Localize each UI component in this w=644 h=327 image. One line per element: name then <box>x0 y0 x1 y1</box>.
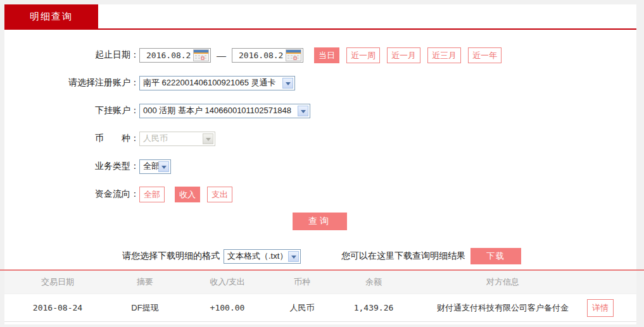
fund-flow-all[interactable]: 全部 <box>139 187 165 202</box>
fund-flow-income[interactable]: 收入 <box>175 187 200 202</box>
register-account-select[interactable]: 南平 6222001406100921065 灵通卡 <box>139 76 295 90</box>
download-format-select[interactable]: 文本格式（.txt） <box>224 249 301 264</box>
end-date-field[interactable] <box>232 48 303 63</box>
download-format-label: 请您选择下载明细的格式 <box>122 250 220 262</box>
calendar-icon[interactable] <box>193 49 209 61</box>
tab-detail-query[interactable]: 明细查询 <box>4 4 98 28</box>
fund-flow-row: 资金流向： 全部 收入 支出 <box>4 186 636 202</box>
chevron-down-icon[interactable] <box>298 106 308 116</box>
register-account-row: 请选择注册账户： 南平 6222001406100921065 灵通卡 <box>4 75 636 91</box>
header-counterparty: 对方信息 <box>419 276 587 288</box>
header-currency: 币种 <box>275 276 329 288</box>
detail-query-page: 明细查询 起止日期： — <box>0 0 644 327</box>
quick-range-quarter[interactable]: 近三月 <box>427 47 461 63</box>
sub-account-value: 000 活期 基本户 1406600101102571848 <box>140 105 298 116</box>
currency-select: 人民币 <box>139 132 215 146</box>
chevron-down-icon <box>203 133 213 144</box>
cell-currency: 人民币 <box>275 302 329 314</box>
cell-action: 详情 <box>587 299 636 317</box>
currency-label: 币 种： <box>4 133 139 144</box>
fund-flow-label: 资金流向： <box>4 188 139 200</box>
fund-flow-expense[interactable]: 支出 <box>207 187 232 202</box>
header-balance: 余额 <box>329 276 419 288</box>
start-date-field[interactable] <box>139 48 211 63</box>
table-header-row: 交易日期 摘要 收入/支出 币种 余额 对方信息 <box>4 271 636 294</box>
header-income-expense: 收入/支出 <box>179 276 275 288</box>
tab-underline <box>4 28 636 30</box>
currency-value: 人民币 <box>140 133 203 144</box>
business-type-value: 全部 <box>140 161 158 172</box>
download-format-value: 文本格式（.txt） <box>224 250 288 262</box>
chevron-down-icon[interactable] <box>158 161 169 172</box>
header-summary: 摘要 <box>111 276 179 288</box>
business-type-label: 业务类型： <box>4 161 139 172</box>
header-trade-date: 交易日期 <box>4 276 111 288</box>
sub-account-select[interactable]: 000 活期 基本户 1406600101102571848 <box>139 104 310 118</box>
cell-amount: +100.00 <box>179 303 275 312</box>
date-range-label: 起止日期： <box>4 49 139 61</box>
date-range-dash: — <box>217 50 226 61</box>
sub-account-label: 下挂账户： <box>4 105 139 116</box>
quick-range-month[interactable]: 近一月 <box>387 47 420 63</box>
quick-range-week[interactable]: 近一周 <box>346 47 380 63</box>
register-account-value: 南平 6222001406100921065 灵通卡 <box>140 77 282 89</box>
quick-range-year[interactable]: 近一年 <box>468 47 502 63</box>
date-range-row: 起止日期： — <box>4 47 636 63</box>
cell-summary: DF提现 <box>111 302 179 314</box>
business-type-select[interactable]: 全部 <box>139 159 171 174</box>
end-date-input[interactable] <box>232 51 283 60</box>
download-row: 请您选择下载明细的格式 文本格式（.txt） 您可以在这里下载查询明细结果 下载 <box>122 248 521 264</box>
currency-row: 币 种： 人民币 <box>4 130 636 147</box>
results-table: 交易日期 摘要 收入/支出 币种 余额 对方信息 2016-08-24 DF提现… <box>4 271 636 322</box>
detail-button[interactable]: 详情 <box>587 299 614 317</box>
cell-counterparty: 财付通支付科技有限公司客户备付金 <box>419 302 587 314</box>
start-date-input[interactable] <box>140 51 191 60</box>
download-button[interactable]: 下载 <box>470 248 521 264</box>
calendar-icon[interactable] <box>286 49 301 61</box>
query-button[interactable]: 查询 <box>293 213 347 230</box>
chevron-down-icon[interactable] <box>288 251 299 262</box>
query-form: 起止日期： — <box>4 47 636 214</box>
download-hint: 您可以在这里下载查询明细结果 <box>341 250 465 262</box>
chevron-down-icon[interactable] <box>282 78 293 89</box>
cell-balance: 1,439.26 <box>329 303 419 312</box>
quick-range-today[interactable]: 当日 <box>314 47 339 63</box>
table-row: 2016-08-24 DF提现 +100.00 人民币 1,439.26 财付通… <box>4 294 636 322</box>
business-type-row: 业务类型： 全部 <box>4 158 636 175</box>
sub-account-row: 下挂账户： 000 活期 基本户 1406600101102571848 <box>4 102 636 119</box>
cell-trade-date: 2016-08-24 <box>4 303 111 312</box>
register-account-label: 请选择注册账户： <box>4 77 139 89</box>
